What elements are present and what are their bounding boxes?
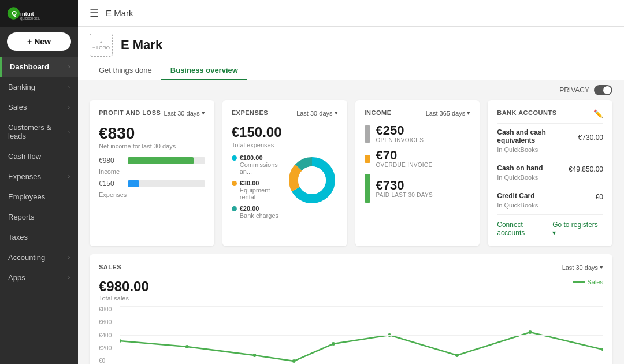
- svg-point-15: [455, 354, 459, 357]
- chart-content: [120, 306, 603, 364]
- expense-bar-fill: [128, 180, 139, 187]
- chevron-down-icon: ▾: [552, 229, 556, 237]
- expense-bar-label: €150: [99, 180, 123, 188]
- expense-sub-0: Commissions an...: [240, 161, 280, 175]
- tab-get-things-done[interactable]: Get things done: [90, 61, 161, 80]
- chevron-right-icon: ›: [68, 254, 70, 261]
- expense-item-2: €20.00 Bank charges: [232, 205, 280, 219]
- expense-dot-1: [232, 181, 237, 186]
- new-button[interactable]: + New: [7, 32, 71, 51]
- income-label-2: PAID LAST 30 DAYS: [376, 192, 433, 198]
- income-bar-fill: [128, 157, 194, 164]
- content-area: + + LOGO E Mark Get things done Business…: [78, 27, 624, 364]
- svg-text:quickbooks.: quickbooks.: [20, 16, 40, 21]
- chevron-right-icon: ›: [68, 274, 70, 281]
- chevron-right-icon: ›: [68, 104, 70, 110]
- bank-title-2: Credit Card: [497, 192, 534, 200]
- expense-amount-1: €30.00: [240, 180, 280, 187]
- bank-account-1: Cash on hand €49,850.00 In QuickBooks: [497, 164, 603, 181]
- hamburger-icon[interactable]: ☰: [90, 7, 99, 20]
- sales-amount: €980.00: [99, 278, 149, 295]
- svg-point-16: [529, 330, 532, 334]
- income-amount-0: €250: [376, 124, 424, 137]
- connect-accounts-link[interactable]: Connect accounts: [497, 221, 552, 237]
- sidebar-item-customers[interactable]: Customers & leads ›: [0, 117, 78, 146]
- income-card: INCOME Last 365 days ▾ €250 OPEN INVOICE…: [355, 100, 480, 246]
- expenses-sub: Total expenses: [232, 142, 338, 148]
- chevron-right-icon: ›: [68, 64, 70, 70]
- business-header: + + LOGO E Mark Get things done Business…: [78, 27, 624, 80]
- expense-dot-0: [232, 155, 237, 161]
- sidebar-item-accounting[interactable]: Accounting ›: [0, 247, 78, 268]
- income-bar-row: €980: [99, 157, 205, 165]
- svg-text:Q: Q: [12, 10, 17, 17]
- edit-icon[interactable]: ✏️: [593, 109, 603, 118]
- income-row-0: €250 OPEN INVOICES: [365, 124, 471, 143]
- topbar: ☰ E Mark: [78, 0, 624, 27]
- expenses-period[interactable]: Last 30 days ▾: [296, 109, 337, 117]
- tab-business-overview[interactable]: Business overview: [161, 61, 247, 80]
- income-amount-2: €730: [376, 179, 433, 192]
- svg-point-11: [253, 354, 257, 357]
- sidebar-item-employees[interactable]: Employees: [0, 187, 78, 207]
- income-bar-0: [365, 125, 370, 143]
- bank-actions: Connect accounts Go to registers ▾: [497, 221, 603, 237]
- bank-title-1: Cash on hand: [497, 164, 543, 172]
- bank-amount-2: €0: [596, 193, 603, 201]
- expense-text: Expenses: [99, 191, 123, 198]
- business-logo-box[interactable]: + + LOGO: [90, 34, 113, 57]
- svg-point-9: [120, 339, 121, 343]
- bank-sub-0: In QuickBooks: [497, 146, 603, 153]
- sidebar-item-expenses[interactable]: Expenses ›: [0, 166, 78, 187]
- chevron-down-icon: ▾: [467, 109, 470, 117]
- expenses-legend: €100.00 Commissions an... €30.00 Equipme…: [232, 154, 280, 219]
- grid-line-0: [120, 306, 603, 307]
- sidebar-logo: Q intuit quickbooks.: [0, 0, 78, 27]
- pnl-period[interactable]: Last 30 days ▾: [164, 109, 205, 117]
- income-label-1: OVERDUE INVOICE: [376, 162, 433, 168]
- income-bar-2: [365, 174, 370, 203]
- expense-bar-track: [128, 180, 205, 187]
- bank-account-2: Credit Card €0 In QuickBooks: [497, 192, 603, 209]
- sales-legend-line: [573, 281, 585, 283]
- business-name: E Mark: [121, 38, 162, 53]
- go-to-registers-link[interactable]: Go to registers ▾: [552, 221, 603, 237]
- sidebar-item-sales[interactable]: Sales ›: [0, 97, 78, 117]
- income-period[interactable]: Last 365 days ▾: [426, 109, 471, 117]
- income-bar-1: [365, 155, 370, 163]
- chart-y-labels: €800 €600 €400 €200 €0: [99, 306, 117, 364]
- y-label-3: €200: [99, 345, 117, 351]
- bank-accounts-card: BANK ACCOUNTS ✏️ Cash and cash equivalen…: [488, 100, 612, 246]
- expense-item-1: €30.00 Equipment rental: [232, 180, 280, 200]
- sidebar-item-reports[interactable]: Reports: [0, 207, 78, 227]
- sidebar-item-cashflow[interactable]: Cash flow: [0, 146, 78, 166]
- expense-bar-row: €150: [99, 180, 205, 188]
- income-amount-1: €70: [376, 149, 433, 162]
- y-label-2: €400: [99, 332, 117, 339]
- expenses-donut: [286, 154, 338, 206]
- privacy-toggle[interactable]: [594, 85, 612, 95]
- y-label-1: €600: [99, 319, 117, 325]
- chevron-down-icon: ▾: [335, 109, 338, 117]
- svg-point-13: [332, 342, 335, 346]
- expense-amount-2: €20.00: [240, 205, 278, 212]
- sidebar-item-banking[interactable]: Banking ›: [0, 77, 78, 97]
- logo-text: + LOGO: [92, 45, 110, 50]
- sidebar-item-dashboard[interactable]: Dashboard ›: [0, 57, 78, 77]
- grid-line-1: [120, 321, 603, 321]
- privacy-row: PRIVACY: [78, 80, 624, 100]
- sales-sub: Total sales: [99, 295, 149, 302]
- chevron-right-icon: ›: [68, 129, 70, 135]
- income-text: Income: [99, 168, 123, 175]
- sidebar-item-taxes[interactable]: Taxes: [0, 227, 78, 247]
- sales-period[interactable]: Last 30 days ▾: [562, 263, 603, 271]
- sidebar-item-apps[interactable]: Apps ›: [0, 268, 78, 288]
- income-row-1: €70 OVERDUE INVOICE: [365, 149, 471, 168]
- pnl-title: PROFIT AND LOSS: [99, 109, 161, 116]
- svg-point-10: [185, 345, 189, 348]
- expenses-total: €150.00: [232, 124, 338, 140]
- bank-amount-0: €730.00: [578, 133, 603, 142]
- svg-point-12: [292, 359, 296, 363]
- sales-legend: Sales: [573, 278, 603, 285]
- bank-amount-1: €49,850.00: [569, 165, 603, 173]
